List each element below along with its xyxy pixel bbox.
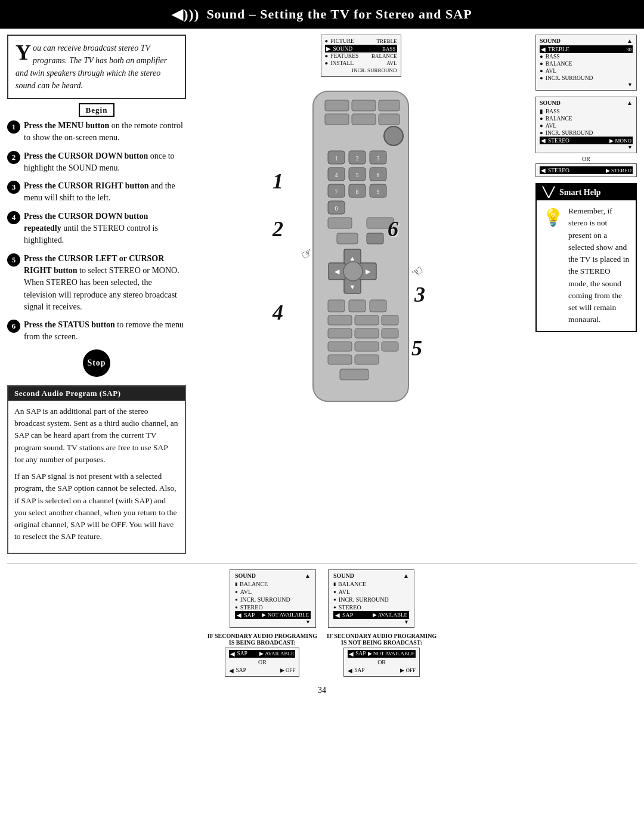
ms3-label-avl: AVL <box>546 123 556 129</box>
ms1-row-install: ● INSTALL AVL <box>325 60 397 67</box>
lightbulb-icon: 💡 <box>543 205 564 230</box>
svg-rect-30 <box>328 315 352 325</box>
smart-help-box: ╲╱ Smart Help 💡 Remember, if stereo is n… <box>535 183 637 332</box>
ms4-val-stereo: ▶ STEREO <box>606 168 631 174</box>
center-right-area: ● PICTURE TREBLE ▶ SOUND BASS ● FEATURES… <box>192 35 637 554</box>
ts2-arrow-left2: ◀ <box>348 667 352 674</box>
dot-incr: ● <box>540 75 543 81</box>
menu-screen-2: SOUND ▲ ◀ TREBLE 30 ● BASS ● BALANCE <box>535 35 637 91</box>
ms2-title: SOUND ▲ <box>540 38 633 44</box>
svg-rect-21 <box>367 233 383 244</box>
step-6: 6 Press the STATUS button to remove the … <box>7 319 186 343</box>
bs2-arrow-up: ▲ <box>403 572 409 579</box>
stop-circle: Stop <box>83 349 110 377</box>
svg-rect-41 <box>340 369 369 380</box>
sap-screens-row: SOUND ▲ ▮ BALANCE ● AVL ● INCR. SURROUND… <box>7 569 637 628</box>
bs2-row-incr: ● INCR. SURROUND <box>333 596 409 603</box>
page-header: ◀))) Sound – Setting the TV for Stereo a… <box>0 0 644 29</box>
ts2-arrow-left: ◀ <box>349 651 354 657</box>
ms2-row-incr: ● INCR. SURROUND <box>540 75 633 82</box>
svg-rect-40 <box>355 355 379 364</box>
remote-svg: 1 2 3 4 5 6 7 8 9 0 ▲ ▼ ◀ ▶ <box>295 85 426 407</box>
broadcast-group-2: IF SECONDARY AUDIO PROGRAMINGIS NOT BEIN… <box>327 633 436 677</box>
ts2-val-off: ▶ OFF <box>400 667 416 673</box>
menu-screen-3: SOUND ▲ ▮ BASS ● BALANCE ● AVL ● INCR. <box>535 97 637 153</box>
center-column: ● PICTURE TREBLE ▶ SOUND BASS ● FEATURES… <box>192 35 530 407</box>
bs1-dot-balance: ▮ <box>235 581 237 587</box>
right-panel: SOUND ▲ ◀ TREBLE 30 ● BASS ● BALANCE <box>535 35 637 332</box>
svg-rect-34 <box>355 329 379 338</box>
step-number-1: 1 <box>7 120 20 134</box>
bs2-row-balance: ▮ BALANCE <box>333 580 409 588</box>
overlay-4: 4 <box>273 300 283 325</box>
svg-rect-1 <box>325 100 349 111</box>
svg-rect-2 <box>352 100 376 111</box>
ms3-row-bass: ▮ BASS <box>540 107 633 115</box>
bs2-title: SOUND ▲ <box>333 572 409 579</box>
ms1-arrow-sound: ▶ <box>326 45 331 52</box>
step-number-3: 3 <box>7 181 20 194</box>
ts1-val-off: ▶ OFF <box>280 667 296 673</box>
svg-rect-18 <box>328 218 352 228</box>
dot-install: ● <box>325 60 329 66</box>
svg-text:9: 9 <box>377 188 380 195</box>
ms3-label-bass: BASS <box>546 109 560 114</box>
svg-text:◀: ◀ <box>335 268 340 275</box>
ts1-arrow-left2: ◀ <box>229 667 234 674</box>
ts1-arrow-left: ◀ <box>230 651 235 657</box>
ms2-row-avl: ● AVL <box>540 67 633 75</box>
left-column: Y ou can receive broadcast stereo TV pro… <box>7 35 186 554</box>
svg-text:8: 8 <box>356 188 359 195</box>
dot-avl3: ● <box>540 123 543 129</box>
sap-screen-group-2: SOUND ▲ ▮ BALANCE ● AVL ● INCR. SURROUND… <box>328 569 414 628</box>
ms1-row-sound: ▶ SOUND BASS <box>325 45 397 52</box>
ms3-row-avl: ● AVL <box>540 122 633 129</box>
smart-help-title: Smart Help <box>559 188 601 197</box>
bs1-title: SOUND ▲ <box>235 572 311 579</box>
step-number-6: 6 <box>7 320 20 333</box>
bs1-label-balance: BALANCE <box>240 581 268 587</box>
ms4-row-stereo: ◀ STEREO ▶ STEREO <box>540 166 633 174</box>
ms3-arrow-left: ◀ <box>541 137 546 144</box>
svg-rect-39 <box>328 355 352 364</box>
svg-text:7: 7 <box>335 188 338 195</box>
svg-point-7 <box>384 126 403 145</box>
bs2-row-stereo: ● STEREO <box>333 603 409 611</box>
svg-text:4: 4 <box>335 172 338 178</box>
sap-box-content: An SAP is an additional part of the ster… <box>8 401 185 553</box>
main-divider <box>7 563 637 563</box>
bs2-label-balance: BALANCE <box>338 581 366 587</box>
ms3-row-stereo: ◀ STEREO ▶ MONO <box>540 137 633 144</box>
bs1-row-avl: ● AVL <box>235 588 311 596</box>
svg-text:5: 5 <box>356 172 359 178</box>
step-3: 3 Press the CURSOR RIGHT button and the … <box>7 180 186 205</box>
step-5: 5 Press the CURSOR LEFT or CURSOR RIGHT … <box>7 253 186 313</box>
svg-rect-6 <box>379 114 400 125</box>
bs1-dot-stereo: ● <box>235 605 238 610</box>
svg-rect-38 <box>382 342 398 351</box>
ts2-or: OR <box>348 659 416 665</box>
bs2-dot-incr: ● <box>333 597 336 602</box>
ms2-row-bass: ● BASS <box>540 53 633 60</box>
bs1-arrow-up: ▲ <box>305 572 311 579</box>
ms3-row-balance: ● BALANCE <box>540 115 633 122</box>
bs2-label-stereo: STEREO <box>339 604 361 611</box>
overlay-3: 3 <box>414 282 425 307</box>
svg-rect-5 <box>352 114 376 125</box>
begin-badge: Begin <box>7 105 186 115</box>
dot-bass3: ▮ <box>540 108 543 114</box>
ms4-arrow-left: ◀ <box>541 167 546 174</box>
top-menus-row: ● PICTURE TREBLE ▶ SOUND BASS ● FEATURES… <box>321 35 401 77</box>
intro-box: Y ou can receive broadcast stereo TV pro… <box>7 35 186 99</box>
ms1-val-incr: INCR. SURROUND <box>352 67 397 73</box>
ms1-row-features: ● FEATURES BALANCE <box>325 52 397 60</box>
ms2-row-balance: ● BALANCE <box>540 60 633 67</box>
broadcast-screens-row: IF SECONDARY AUDIO PROGRAMINGIS BEING BR… <box>7 633 637 677</box>
menu-screen-4: ◀ STEREO ▶ STEREO <box>535 163 637 177</box>
svg-text:▼: ▼ <box>349 283 356 290</box>
bs1-row-stereo: ● STEREO <box>235 603 311 611</box>
ms3-val-mono: ▶ MONO <box>609 138 631 144</box>
ts1-label-sap2: SAP <box>236 667 246 673</box>
step-text-4: Press the CURSOR DOWN button repeatedly … <box>24 210 186 247</box>
remote-area: 1 2 6 4 3 5 <box>271 85 450 407</box>
